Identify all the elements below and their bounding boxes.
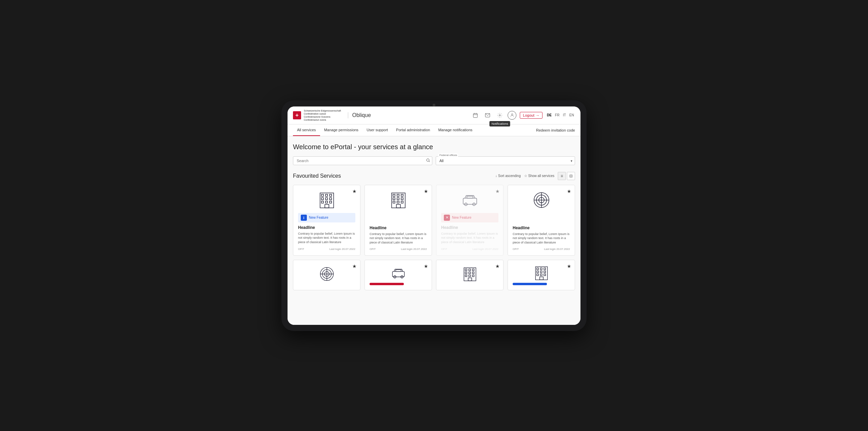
mail-icon[interactable]	[483, 111, 492, 120]
card-icon-area	[513, 190, 570, 210]
star-icon[interactable]: ★	[495, 263, 500, 269]
card-icon-area	[298, 190, 355, 210]
card-provider: OFIT	[370, 248, 376, 251]
svg-rect-27	[393, 201, 395, 203]
star-icon[interactable]: ★	[352, 263, 357, 269]
nav-portal-admin[interactable]: Portal administration	[392, 124, 434, 136]
info-badge-partial	[513, 283, 547, 285]
car-icon	[391, 267, 406, 279]
notifications-tooltip: Notifications	[490, 121, 510, 126]
card-icon-area	[370, 190, 427, 210]
search-row: Federal offices All OFIT Other ▾	[293, 156, 575, 165]
section-title: Favourited Services	[293, 173, 341, 179]
cards-grid-row1: ★ i New Feature Headl	[293, 185, 575, 256]
car-icon	[461, 193, 478, 207]
list-view-button[interactable]: ≡	[558, 172, 566, 180]
card-description: Contrary to popular belief, Lorem Ipsum …	[441, 232, 498, 245]
settings-icon[interactable]	[495, 111, 504, 120]
star-icon[interactable]: ★	[424, 263, 428, 269]
lang-fr[interactable]: FR	[554, 113, 560, 118]
search-input[interactable]	[293, 156, 432, 165]
card-last-login: Last login 20.07.2022	[544, 248, 570, 251]
org-text: Schweizerische Eidgenossenschaft Confédé…	[304, 109, 341, 121]
sort-ascending-button[interactable]: ↓ Sort ascending	[495, 174, 521, 178]
federal-offices-label: Federal offices	[438, 154, 458, 157]
service-card[interactable]: ★ Headline Contrary to popular belief, L…	[364, 185, 432, 256]
card-description: Contrary to popular belief, Lorem Ipsum …	[513, 232, 570, 245]
svg-rect-70	[539, 277, 543, 280]
svg-rect-56	[465, 275, 467, 277]
svg-rect-61	[536, 268, 538, 270]
star-icon[interactable]: ★	[424, 189, 428, 194]
badge-spacer	[513, 213, 570, 223]
star-icon[interactable]: ★	[495, 189, 500, 194]
card-provider: OFIT	[298, 248, 304, 251]
svg-rect-51	[469, 269, 470, 271]
grid-view-button[interactable]: ⊟	[567, 172, 575, 180]
card-provider: OFIT	[441, 248, 447, 251]
svg-point-6	[511, 114, 513, 115]
svg-rect-52	[472, 269, 474, 271]
svg-rect-11	[326, 194, 328, 196]
service-card-disabled[interactable]: ★ ✕ New Feature Headl	[436, 185, 504, 256]
card-footer: OFIT Last login 20.07.2022	[370, 248, 427, 251]
error-badge-partial	[370, 283, 404, 285]
lang-en[interactable]: EN	[568, 113, 575, 118]
search-wrapper	[293, 156, 432, 165]
svg-rect-13	[321, 198, 323, 200]
section-controls: ↓ Sort ascending ☆ Show all services ≡ ⊟	[495, 172, 575, 180]
svg-line-8	[429, 161, 430, 162]
svg-rect-16	[321, 201, 323, 203]
nav-manage-permissions[interactable]: Manage permissions	[320, 124, 363, 136]
logo-area: Schweizerische Eidgenossenschaft Confédé…	[293, 109, 371, 121]
svg-rect-64	[536, 271, 538, 273]
svg-rect-67	[536, 274, 538, 276]
badge-spacer	[370, 213, 427, 223]
service-card-partial[interactable]: ★	[293, 260, 360, 290]
svg-rect-29	[401, 201, 403, 203]
star-icon[interactable]: ★	[567, 189, 571, 194]
svg-rect-57	[469, 275, 470, 277]
service-card[interactable]: ★ i New Feature Headl	[293, 185, 360, 256]
federal-offices-wrapper: Federal offices All OFIT Other ▾	[436, 156, 575, 165]
svg-rect-68	[540, 274, 542, 276]
svg-point-5	[499, 115, 500, 116]
language-selector: DE FR IT EN	[546, 113, 575, 118]
nav-user-support[interactable]: User support	[362, 124, 392, 136]
device-frame: Schweizerische Eidgenossenschaft Confédé…	[281, 100, 587, 331]
card-last-login: Last login 20.07.2022	[401, 248, 427, 251]
service-card-partial[interactable]: ★	[436, 260, 504, 290]
redeem-invitation-link[interactable]: Redeem invitation code	[536, 128, 575, 132]
service-card-partial[interactable]: ★	[508, 260, 575, 290]
user-avatar[interactable]	[508, 111, 516, 120]
service-card-partial[interactable]: ★	[364, 260, 432, 290]
section-header: Favourited Services ↓ Sort ascending ☆ S…	[293, 172, 575, 180]
calendar-icon[interactable]	[471, 111, 480, 120]
service-card[interactable]: ★ Headline Contrary to popular belief, L…	[508, 185, 575, 256]
info-icon: i	[301, 215, 307, 221]
logout-button[interactable]: Logout →	[520, 112, 542, 119]
card-badge-error: ✕ New Feature	[441, 213, 498, 222]
svg-rect-23	[401, 194, 403, 196]
federal-offices-select[interactable]: All OFIT Other	[436, 156, 575, 165]
card-icon-area	[298, 265, 355, 283]
svg-rect-62	[540, 268, 542, 270]
svg-rect-53	[465, 272, 467, 274]
nav-manage-notifications[interactable]: Manage notifications	[434, 124, 476, 136]
card-icon-area	[441, 265, 498, 283]
card-footer: OFIT Last login 20.07.2022	[441, 248, 498, 251]
building-icon	[463, 267, 477, 281]
svg-rect-66	[544, 271, 546, 273]
target-icon	[533, 192, 550, 209]
view-toggle: ≡ ⊟	[558, 172, 575, 180]
svg-rect-17	[326, 201, 328, 203]
show-all-services-button[interactable]: ☆ Show all services	[524, 174, 554, 178]
star-icon[interactable]: ★	[567, 263, 571, 269]
lang-it[interactable]: IT	[562, 113, 567, 118]
star-icon[interactable]: ★	[352, 189, 357, 194]
card-icon-area	[370, 265, 427, 281]
search-button[interactable]	[426, 158, 430, 163]
lang-de[interactable]: DE	[546, 113, 553, 118]
card-footer: OFIT Last login 20.07.2022	[513, 248, 570, 251]
nav-all-services[interactable]: All services	[293, 124, 320, 136]
